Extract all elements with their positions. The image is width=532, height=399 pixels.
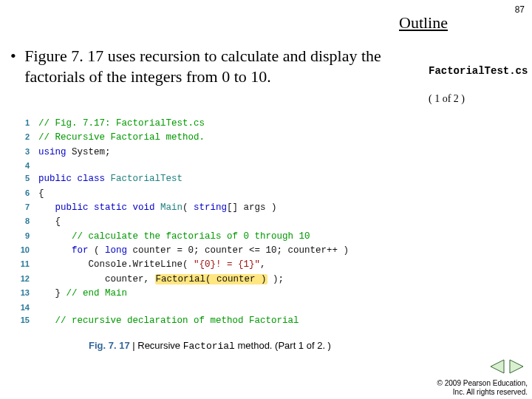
line-number: 4 xyxy=(10,160,30,172)
code-content: // recursive declaration of method Facto… xyxy=(38,314,299,328)
bullet-item: • Figure 7. 17 uses recursion to calcula… xyxy=(10,46,458,86)
line-number: 15 xyxy=(10,314,30,327)
line-number: 14 xyxy=(10,301,30,314)
caption-text-after: method. (Part 1 of 2. ) xyxy=(235,340,331,351)
code-content: // Recursive Factorial method. xyxy=(38,131,205,145)
code-line: 12 counter, Factorial( counter ) ); xyxy=(10,273,483,287)
source-file-label: FactorialTest.cs xyxy=(429,65,528,77)
line-number: 7 xyxy=(10,201,30,214)
part-indicator: ( 1 of 2 ) xyxy=(429,93,465,105)
code-line: 5public class FactorialTest xyxy=(10,172,483,186)
line-number: 6 xyxy=(10,187,30,200)
code-line: 9 // calculate the factorials of 0 throu… xyxy=(10,230,483,244)
line-number: 12 xyxy=(10,273,30,285)
code-line: 2// Recursive Factorial method. xyxy=(10,131,483,145)
code-line: 14 xyxy=(10,301,483,314)
line-number: 3 xyxy=(10,146,30,158)
caption-text-before: Recursive xyxy=(137,340,183,351)
caption-separator: | xyxy=(130,340,138,351)
next-slide-button[interactable] xyxy=(508,359,525,372)
line-number: 5 xyxy=(10,172,30,185)
line-number: 1 xyxy=(10,117,30,129)
code-line: 3using System; xyxy=(10,146,483,160)
code-content: public class FactorialTest xyxy=(38,172,183,186)
code-content: { xyxy=(38,215,61,229)
prev-slide-button[interactable] xyxy=(489,359,508,372)
svg-marker-1 xyxy=(510,360,523,373)
line-number: 10 xyxy=(10,244,30,256)
code-content: for ( long counter = 0; counter <= 10; c… xyxy=(38,244,349,258)
page-number: 87 xyxy=(515,4,525,15)
code-content: counter, Factorial( counter ) ); xyxy=(38,273,284,287)
copyright-line-1: © 2009 Pearson Education, xyxy=(437,379,528,388)
code-line: 6{ xyxy=(10,187,483,201)
code-line: 8 { xyxy=(10,215,483,229)
line-number: 2 xyxy=(10,131,30,143)
figure-caption: Fig. 7. 17 | Recursive Factorial method.… xyxy=(89,340,331,352)
code-content: // Fig. 7.17: FactorialTest.cs xyxy=(38,117,205,131)
code-content: // calculate the factorials of 0 through… xyxy=(38,230,310,244)
line-number: 9 xyxy=(10,230,30,242)
svg-marker-0 xyxy=(491,360,504,373)
slide-nav xyxy=(489,359,525,374)
line-number: 8 xyxy=(10,215,30,228)
code-content: { xyxy=(38,187,44,201)
code-line: 15 // recursive declaration of method Fa… xyxy=(10,314,483,328)
triangle-left-icon xyxy=(489,359,505,374)
code-line: 13 } // end Main xyxy=(10,287,483,301)
line-number: 13 xyxy=(10,287,30,299)
copyright-line-2: Inc. All rights reserved. xyxy=(437,388,528,397)
code-line: 4 xyxy=(10,160,483,172)
code-content: public static void Main( string[] args ) xyxy=(38,201,277,215)
code-line: 11 Console.WriteLine( "{0}! = {1}", xyxy=(10,258,483,272)
caption-fig-number: Fig. 7. 17 xyxy=(89,340,130,351)
code-listing: 1// Fig. 7.17: FactorialTest.cs2// Recur… xyxy=(10,117,483,328)
code-line: 7 public static void Main( string[] args… xyxy=(10,201,483,215)
code-content: } // end Main xyxy=(38,287,127,301)
line-number: 11 xyxy=(10,258,30,270)
bullet-dot: • xyxy=(10,46,16,66)
code-line: 10 for ( long counter = 0; counter <= 10… xyxy=(10,244,483,258)
caption-code-name: Factorial xyxy=(183,341,235,352)
bullet-text: Figure 7. 17 uses recursion to calculate… xyxy=(24,46,394,86)
triangle-right-icon xyxy=(508,359,525,374)
copyright-notice: © 2009 Pearson Education, Inc. All right… xyxy=(437,379,528,396)
outline-heading: Outline xyxy=(399,13,448,33)
code-line: 1// Fig. 7.17: FactorialTest.cs xyxy=(10,117,483,131)
code-content: using System; xyxy=(38,146,111,160)
code-content: Console.WriteLine( "{0}! = {1}", xyxy=(38,258,266,272)
